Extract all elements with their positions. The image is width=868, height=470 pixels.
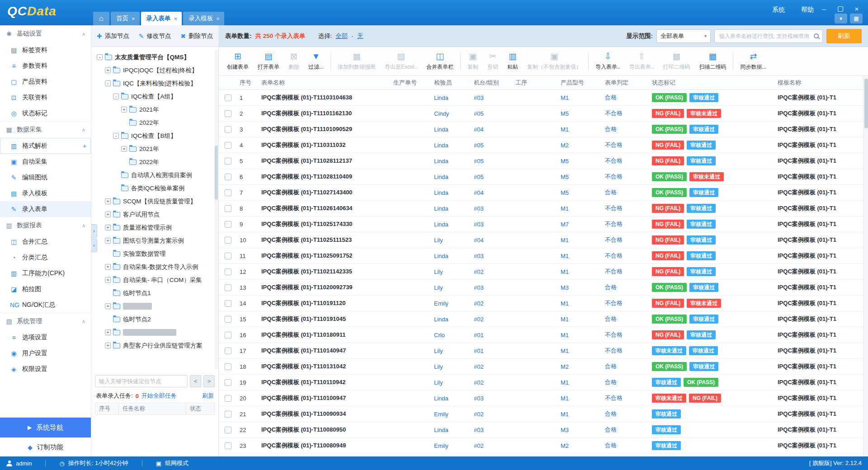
sidebar-item-cpk[interactable]: ▥工序能力(CPK)	[0, 265, 91, 281]
expand-node-icon[interactable]: +	[105, 329, 111, 335]
minimize-button[interactable]: –	[817, 3, 831, 14]
row-checkbox[interactable]	[225, 126, 231, 133]
row-checkbox[interactable]	[225, 427, 231, 433]
sidebar-item-tag-info[interactable]: ▤标签资料	[0, 42, 91, 58]
tree-node[interactable]: 实验室数据管理	[91, 247, 218, 260]
table-row[interactable]: 15IPQC案例模板 (01)-T110191045Linda#02M1合格OK…	[219, 311, 868, 327]
collapse-node-icon[interactable]: -	[113, 133, 119, 139]
section-basic-settings[interactable]: ✱基础设置∧	[0, 25, 91, 42]
expand-node-icon[interactable]: +	[105, 264, 111, 270]
table-row[interactable]: 4IPQC案例模板 (01)-T110311032Linda#05M2不合格NG…	[219, 137, 868, 153]
sidebar-item-entry-template[interactable]: ▤录入模板	[0, 185, 91, 201]
row-checkbox[interactable]	[225, 94, 231, 101]
table-row[interactable]: 23IPQC案例模板 (01)-T110080949Emily#02M2合格审核…	[219, 438, 868, 454]
tab-list-dropdown-icon[interactable]: ▾	[835, 14, 847, 24]
tree-node[interactable]: +2021年	[91, 103, 218, 116]
table-scrollbar-thumb[interactable]	[864, 79, 868, 128]
sync-data-button[interactable]: ⇄同步数据...	[736, 47, 771, 75]
sidebar-item-permission-settings[interactable]: ◈权限设置	[0, 361, 91, 377]
column-header[interactable]: 产品型号	[558, 79, 602, 87]
expand-node-icon[interactable]: +	[105, 67, 111, 73]
scan-qr-button[interactable]: ▦扫描二维码	[694, 47, 731, 75]
next-match-button[interactable]: >	[203, 375, 215, 387]
tree-node[interactable]: -IQC【来料检验|进料检验】	[91, 77, 218, 90]
start-all-tasks-link[interactable]: 开始全部任务	[142, 392, 177, 400]
add-node-button[interactable]: ✚添加节点	[97, 32, 129, 40]
merge-form-columns-button[interactable]: ◫合并表单栏	[422, 47, 458, 75]
column-header[interactable]: 表单名称	[259, 79, 391, 87]
refresh-button[interactable]: 刷新	[826, 29, 862, 43]
table-row[interactable]: 11IPQC案例模板 (01)-T11025091752Linda#03M1不合…	[219, 248, 868, 264]
tree-node[interactable]: +	[91, 326, 218, 339]
table-row[interactable]: 1IPQC案例模板 (01)-T11103104638Linda#03M1合格O…	[219, 90, 868, 106]
tree-scrollbar-thumb[interactable]	[215, 146, 218, 200]
row-checkbox[interactable]	[225, 395, 231, 402]
expand-node-icon[interactable]: +	[121, 107, 127, 113]
import-form-button[interactable]: ⇩导入表单..	[591, 47, 625, 75]
row-checkbox[interactable]	[225, 221, 231, 228]
table-row[interactable]: 19IPQC案例模板 (01)-T110110942Lily#02M1合格审核通…	[219, 375, 868, 390]
section-data-collection[interactable]: ▦数据采集∧	[0, 121, 91, 138]
section-system-management[interactable]: ▧系统管理∧	[0, 313, 91, 329]
sidebar-item-status-mark[interactable]: ◎状态标记	[0, 105, 91, 121]
tree-node[interactable]: +IPQC|OQC【过程检|终检】	[91, 64, 218, 77]
expand-panel-handle[interactable]: ›	[91, 224, 97, 238]
sidebar-item-option-settings[interactable]: ≡选项设置	[0, 329, 91, 345]
tree-node[interactable]: +自动采集- 串口（COM）采集	[91, 273, 218, 287]
tab-close-icon[interactable]: ×	[216, 15, 220, 22]
row-checkbox[interactable]	[225, 284, 231, 291]
row-checkbox[interactable]	[225, 189, 231, 196]
row-checkbox[interactable]	[225, 205, 231, 212]
table-scrollbar[interactable]	[863, 76, 868, 456]
row-checkbox[interactable]	[225, 142, 231, 149]
sidebar-item-relation-info[interactable]: ⊡关联资料	[0, 89, 91, 105]
help-menu[interactable]: 帮助	[801, 6, 814, 14]
tree-node[interactable]: +典型客户行业供应链管理方案	[91, 339, 218, 352]
task-refresh-link[interactable]: 刷新	[202, 392, 214, 400]
collapse-node-icon[interactable]: -	[97, 54, 103, 60]
row-checkbox[interactable]	[225, 411, 231, 418]
tree-node[interactable]: -IQC检查【A组】	[91, 90, 218, 103]
tree-node[interactable]: 2022年	[91, 116, 218, 129]
row-checkbox[interactable]	[225, 268, 231, 275]
home-tab[interactable]: ⌂	[93, 12, 109, 25]
expand-node-icon[interactable]: +	[105, 303, 111, 309]
create-form-button[interactable]: ⊞创建表单	[222, 47, 253, 75]
row-checkbox[interactable]	[225, 348, 231, 354]
column-header[interactable]: 工序	[513, 79, 558, 87]
row-checkbox[interactable]	[225, 110, 231, 117]
expand-node-icon[interactable]: +	[121, 146, 127, 152]
tab-home-page[interactable]: 首页×	[111, 12, 140, 25]
row-checkbox[interactable]	[225, 158, 231, 164]
table-row[interactable]: 20IPQC案例模板 (01)-T110100947Linda#03M1不合格审…	[219, 390, 868, 406]
table-row[interactable]: 5IPQC案例模板 (01)-T11028112137Linda#05M5不合格…	[219, 153, 868, 169]
table-row[interactable]: 13IPQC案例模板 (01)-T11020092739Lily#03M3合格O…	[219, 280, 868, 296]
sidebar-item-user-settings[interactable]: ◉用户设置	[0, 345, 91, 361]
column-header[interactable]: 序号	[237, 79, 259, 87]
row-checkbox[interactable]	[225, 332, 231, 338]
tab-form-entry[interactable]: 录入表单×	[141, 12, 182, 25]
delete-node-button[interactable]: ✖删除节点	[180, 32, 213, 40]
column-header[interactable]: 检验员	[431, 79, 471, 87]
row-checkbox[interactable]	[225, 253, 231, 259]
table-row[interactable]: 16IPQC案例模板 (01)-T110180911Crlo#01M1不合格NG…	[219, 327, 868, 343]
row-checkbox[interactable]	[225, 300, 231, 307]
table-row[interactable]: 22IPQC案例模板 (01)-T110080950Linda#03M3合格审核…	[219, 422, 868, 438]
table-row[interactable]: 9IPQC案例模板 (01)-T11025174330Linda#03M7不合格…	[219, 216, 868, 232]
table-row[interactable]: 6IPQC案例模板 (01)-T11028110409Linda#05M5不合格…	[219, 169, 868, 185]
open-form-button[interactable]: ▤打开表单	[253, 47, 284, 75]
table-row[interactable]: 14IPQC案例模板 (01)-T110191120Emily#02M1不合格N…	[219, 296, 868, 311]
tree-node[interactable]: 自动填入检测项目案例	[91, 169, 218, 182]
sidebar-item-auto-collect[interactable]: ▣自动采集	[0, 154, 91, 169]
select-all-link[interactable]: 全部	[335, 32, 348, 40]
tree-scrollbar[interactable]	[215, 50, 218, 369]
close-button[interactable]: ×	[850, 3, 863, 14]
sidebar-item-pareto[interactable]: ◪柏拉图	[0, 281, 91, 297]
column-header[interactable]: 机台/组别	[471, 79, 513, 87]
custom-function-button[interactable]: ◆ 订制功能	[0, 437, 91, 456]
tree-node[interactable]: 2022年	[91, 155, 218, 169]
tab-grid-icon[interactable]: ▦	[850, 14, 863, 24]
tree-node[interactable]: 各类IQC检验单案例	[91, 182, 218, 195]
tree-node[interactable]: +2021年	[91, 142, 218, 155]
tree-node[interactable]: +客户试用节点	[91, 208, 218, 221]
